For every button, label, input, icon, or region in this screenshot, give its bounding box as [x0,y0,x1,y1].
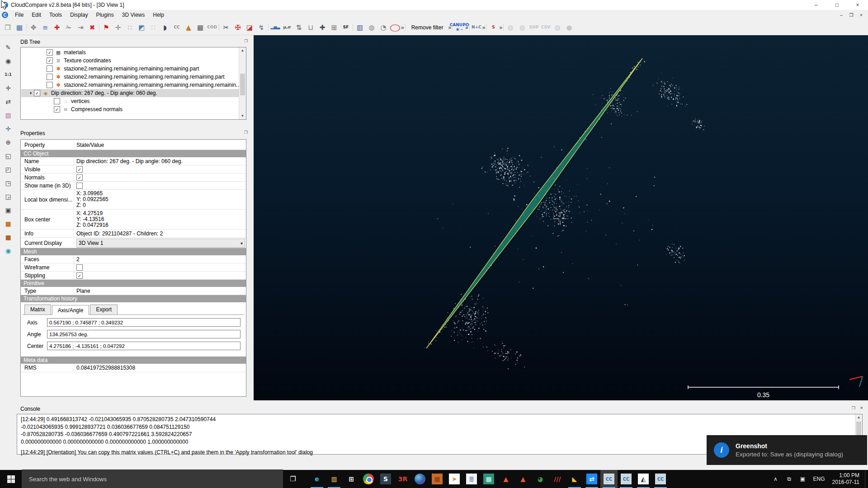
taskbar-notes-app[interactable]: ≣ [463,470,480,488]
zoom-icon[interactable]: ⊕ [2,136,14,148]
field-input[interactable]: 134.256753 deg. [47,330,241,338]
segment-icon[interactable]: ∷ [124,22,136,33]
toolbar-overflow-chevron[interactable]: » [465,24,468,31]
action-center-icon[interactable]: ▣ [796,476,809,482]
tree-item[interactable]: Compressed normals [21,105,239,113]
mdi-minimize-button[interactable]: – [836,10,846,19]
point-picking-icon[interactable]: ⚑ [100,22,112,33]
tree-item[interactable]: vertices [21,97,239,105]
taskbar-sphere-app[interactable] [411,470,429,488]
sphere-icon[interactable]: ● [563,22,575,33]
open-icon[interactable]: ❒ [2,22,14,33]
tree-item[interactable]: stazione2.remaining.remaining.remaining.… [21,73,239,81]
zoom-1-1-icon[interactable]: 1:1 [2,69,14,80]
visibility-checkbox[interactable] [47,82,53,88]
scroll-down-icon[interactable]: ▼ [239,113,246,119]
view-right-icon[interactable]: ◲ [2,191,14,202]
visibility-checkbox[interactable] [47,57,53,64]
transform-tab[interactable]: Matrix [24,305,51,314]
octree-icon[interactable]: ◩ [136,22,147,33]
resample-icon[interactable]: ∷ [147,22,159,33]
normals-icon[interactable]: ◗ [159,22,171,33]
view-left-icon[interactable]: ◳ [2,177,14,189]
3d-viewport[interactable]: 0.35 [254,35,868,400]
stereo-icon[interactable]: ◉ [2,245,14,257]
taskbar-edge[interactable]: e [308,470,326,488]
expander-icon[interactable]: ▾ [28,91,34,95]
pivot-icon[interactable]: ✛ [2,82,14,94]
hull-icon[interactable]: ◍ [366,22,377,33]
tree-item[interactable]: ▾ Dip direction: 267 deg. - Dip angle: 0… [21,89,239,97]
axis-tool-icon[interactable]: ✠ [232,22,244,33]
taskbar-explorer[interactable]: ▥ [326,470,343,488]
menu-item[interactable]: Edit [28,10,45,20]
s-curve-icon[interactable]: S [487,22,499,33]
view-top-icon[interactable]: ◱ [2,150,14,162]
histogram-icon[interactable]: ▂▅▃ [269,22,281,33]
scroll-up-icon[interactable]: ▲ [239,47,246,54]
clone-icon[interactable]: ✥ [28,22,39,33]
taskbar-arcgis[interactable]: ◕ [532,470,549,488]
menu-item[interactable]: 3D Views [118,10,149,20]
front-view-icon[interactable]: ■ [2,218,14,230]
property-checkbox[interactable] [76,264,83,271]
pick-point-icon[interactable]: ✛ [2,123,14,135]
cod-icon[interactable]: COD [206,22,218,33]
facets-icon[interactable]: ◍ [505,22,516,33]
db-tree-scrollbar[interactable]: ▲ ▼ [239,47,246,119]
property-checkbox[interactable] [76,183,83,189]
taskbar-s-app[interactable]: S [377,470,394,488]
tree-item[interactable]: stazione2.remaining.remaining.remaining.… [21,81,239,89]
taskbar-clock[interactable]: 1:00 PM 2016-07-11 [832,472,860,486]
lightning-icon[interactable]: ↯ [255,22,267,33]
maximize-button[interactable]: □ [826,0,847,10]
transform-tab[interactable]: Export [90,305,118,314]
visibility-checkbox[interactable] [47,49,53,56]
menu-item[interactable]: Help [149,10,168,20]
view-front-icon[interactable]: ◰ [2,164,14,175]
facets2-icon[interactable]: ◍ [516,22,528,33]
network-icon[interactable]: ⧉ [782,476,796,482]
mdi-restore-button[interactable]: ❐ [846,10,856,19]
greenshot-notification[interactable]: i Greenshot Exported to: Save as (displa… [707,435,867,465]
console-float-icon[interactable]: ❐ [852,406,855,410]
cross-section-icon[interactable]: ◪ [244,22,255,33]
visibility-checkbox[interactable] [47,66,53,72]
tray-chevron-icon[interactable]: ∧ [769,476,782,482]
primitive-factory-icon[interactable]: ▲ [183,22,194,33]
tree-item[interactable]: materials [21,48,239,56]
screenshot-icon[interactable]: ◉ [2,55,14,67]
taskbar-doc-app[interactable]: ➤ [446,470,463,488]
taskbar-cloudcompare-2[interactable]: CC [618,470,635,488]
close-button[interactable]: × [847,0,868,10]
console-close-icon[interactable]: ✕ [860,406,863,410]
min-max-icon[interactable]: ⇅ [293,22,305,33]
taskbar-slashes-app[interactable]: /// [549,470,566,488]
pan-icon[interactable]: ⇄ [2,96,14,108]
taskbar-matlab-2[interactable]: ▲ [514,470,532,488]
scissors-icon[interactable]: ✂ [220,22,232,33]
save-icon[interactable]: ▦ [14,22,25,33]
add-sf-icon[interactable]: ✚ [316,22,328,33]
back-view-icon[interactable]: ■ [2,231,14,243]
canupo-icon[interactable]: CANUPO ❀➝ [453,22,465,33]
tree-item[interactable]: Texture coordinates [21,56,239,65]
show-desktop-button[interactable] [865,470,868,488]
remove-filter-button[interactable]: Remove filter [406,22,448,33]
toolbar-overflow-chevron[interactable]: » [482,24,486,31]
animation-icon[interactable]: ▥ [354,22,366,33]
apply-transformation-icon[interactable]: ⇥ [75,22,86,33]
globe-icon[interactable]: ◍ [552,22,563,33]
subsample-icon[interactable]: ✁ [63,22,75,33]
taskbar-store[interactable]: ⊞ [343,470,360,488]
language-indicator[interactable]: ENG [813,476,825,482]
view-iso-icon[interactable]: ▣ [2,204,14,216]
csv-export-icon[interactable]: CSV [540,22,552,33]
toolbar-overflow-chevron[interactable]: » [499,24,502,31]
taskbar-teamviewer[interactable]: ⇄ [583,470,600,488]
taskbar-search-input[interactable] [22,469,283,488]
visibility-checkbox[interactable] [54,106,60,113]
properties-float-icon[interactable]: ❐ [244,130,248,135]
tree-item[interactable]: stazione2.remaining.remaining.remaining.… [21,65,239,73]
properties-list-icon[interactable]: ≡ [39,22,51,33]
